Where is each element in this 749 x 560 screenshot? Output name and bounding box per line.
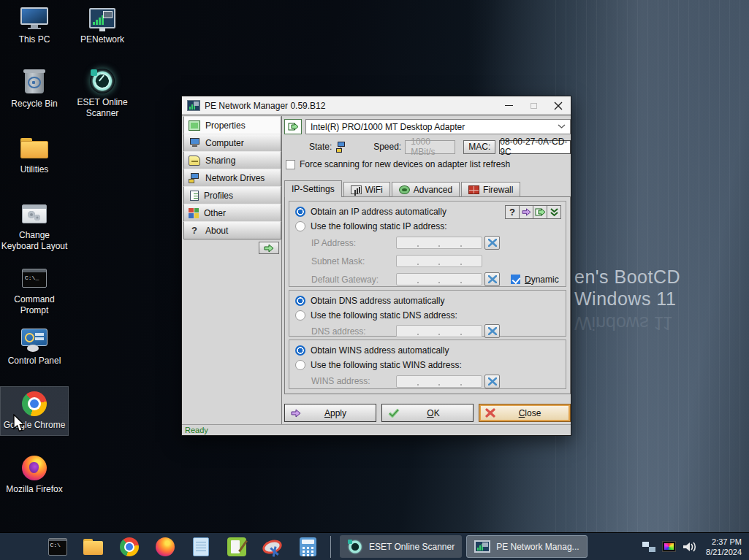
close-icon: [554, 101, 563, 110]
desktop-icon-eset-online-scanner[interactable]: ESET Online Scanner: [69, 67, 136, 119]
about-icon: ?: [189, 226, 200, 236]
task-pe-network-manager[interactable]: PE Network Manag...: [466, 535, 587, 558]
desktop-icon-recycle-bin[interactable]: Recycle Bin: [1, 69, 68, 110]
refresh-adapter-icon: [288, 122, 299, 131]
taskbar-calculator-button[interactable]: [298, 537, 318, 556]
apply-button[interactable]: Apply: [284, 404, 376, 422]
network-tray-icon[interactable]: [642, 542, 655, 552]
sidebar-item-sharing[interactable]: Sharing: [183, 151, 281, 169]
command-prompt-icon: C:\_: [1, 264, 68, 292]
taskbar-firefox-button[interactable]: [155, 537, 175, 556]
radio-obtain-dns-auto[interactable]: Obtain DNS address automatically: [295, 294, 560, 308]
tab-firewall[interactable]: Firewall: [461, 182, 520, 197]
tab-strip: IP-Settings WiFi Advanced Firewall: [284, 180, 571, 197]
state-label: State:: [309, 142, 332, 152]
dns-address-input[interactable]: [396, 325, 482, 337]
desktop-icon-mozilla-firefox[interactable]: Mozilla Firefox: [1, 454, 68, 495]
grab-ip-button[interactable]: [533, 205, 547, 219]
volume-tray-icon[interactable]: [683, 541, 697, 553]
desktop-icon-this-pc[interactable]: This PC: [1, 4, 68, 45]
help-button[interactable]: ?: [505, 205, 520, 219]
taskbar-notepad-button[interactable]: [191, 537, 210, 556]
ok-button[interactable]: OK: [381, 404, 474, 422]
sidebar-item-network-drives[interactable]: Network Drives: [183, 169, 281, 187]
taskbar-snipping-tool-button[interactable]: [262, 537, 282, 556]
close-label: Close: [495, 408, 564, 418]
desktop-icon-change-keyboard-layout[interactable]: Change Keyboard Layout: [1, 200, 68, 252]
desktop-icon-label: Utilities: [1, 164, 68, 175]
radio-static-ip[interactable]: Use the following static IP address:: [295, 219, 560, 234]
taskbar-clock[interactable]: 2:37 PM 8/21/2024: [706, 537, 742, 557]
force-scan-checkbox[interactable]: Force scanning for new devices on adapte…: [284, 159, 571, 169]
expand-button[interactable]: [547, 205, 561, 219]
blue-x-icon: [488, 377, 497, 386]
taskbar-explorer-button[interactable]: [83, 537, 103, 556]
mac-button[interactable]: MAC:: [463, 140, 495, 154]
close-x-icon: [485, 408, 495, 418]
network-state-icon: [335, 142, 348, 153]
status-text: Ready: [185, 426, 208, 434]
sidebar-item-computer[interactable]: Computer: [183, 134, 281, 152]
dns-group: Obtain DNS address automatically Use the…: [289, 290, 566, 337]
sidebar-item-label: Other: [204, 208, 226, 218]
penetwork-icon: [474, 540, 490, 553]
clear-dns-button[interactable]: [484, 324, 500, 338]
desktop-icon-command-prompt[interactable]: C:\_ Command Prompt: [1, 264, 68, 316]
green-arrow-box-icon: [535, 207, 546, 217]
clock-date: 8/21/2024: [706, 547, 742, 557]
radio-label: Obtain an IP address automatically: [311, 207, 446, 217]
tab-wifi[interactable]: WiFi: [343, 182, 390, 197]
task-eset-online-scanner[interactable]: ESET Online Scanner: [340, 535, 462, 558]
mac-value-field[interactable]: 08-00-27-0A-CD-9C: [499, 140, 571, 154]
radio-obtain-wins-auto[interactable]: Obtain WINS address automatically: [295, 343, 560, 358]
refresh-adapter-button[interactable]: [284, 119, 302, 134]
sidebar-item-properties[interactable]: Properties: [183, 116, 281, 134]
apply-ip-button[interactable]: [519, 205, 533, 219]
default-gateway-input[interactable]: [396, 273, 482, 285]
ip-address-input[interactable]: [396, 237, 482, 249]
radio-unselected-icon: [295, 360, 305, 370]
sidebar: Properties Computer Sharing Network Driv…: [183, 116, 281, 254]
sidebar-item-other[interactable]: Other: [183, 204, 281, 222]
clear-gateway-button[interactable]: [484, 272, 500, 286]
desktop-icon-utilities[interactable]: Utilities: [1, 134, 68, 175]
maximize-button[interactable]: [521, 98, 546, 114]
close-window-button[interactable]: [546, 98, 571, 114]
dynamic-checkbox[interactable]: Dynamic: [511, 275, 559, 285]
pe-network-manager-window: PE Network Manager 0.59.B12 Properties C…: [181, 96, 571, 436]
speed-value-button[interactable]: 1000 MBit/s: [405, 140, 455, 154]
sidebar-collapse-button[interactable]: [259, 242, 279, 254]
close-button[interactable]: Close: [479, 404, 571, 422]
file-explorer-icon: [83, 539, 103, 555]
desktop-icon-penetwork[interactable]: PENetwork: [69, 4, 136, 45]
subnet-mask-input[interactable]: [396, 255, 482, 267]
sidebar-item-profiles[interactable]: Profiles: [183, 186, 281, 204]
main-panel: Intel(R) PRO/1000 MT Desktop Adapter Sta…: [284, 116, 571, 422]
cmd-icon: [48, 538, 67, 556]
window-titlebar[interactable]: PE Network Manager 0.59.B12: [182, 96, 571, 115]
tab-ip-settings[interactable]: IP-Settings: [284, 180, 342, 197]
help-icon: ?: [509, 207, 515, 218]
sidebar-item-label: Network Drives: [205, 173, 265, 183]
desktop-icon-google-chrome[interactable]: Google Chrome: [1, 387, 68, 435]
taskbar-notepad-plus-button[interactable]: [227, 537, 246, 556]
desktop-icon-control-panel[interactable]: Control Panel: [1, 326, 68, 367]
clear-ip-button[interactable]: [484, 236, 500, 250]
sidebar-item-about[interactable]: ? About: [183, 221, 281, 239]
taskbar-cmd-button[interactable]: [47, 537, 67, 556]
wins-address-input[interactable]: [396, 375, 482, 388]
clear-wins-button[interactable]: [484, 375, 500, 388]
ok-check-icon: [388, 408, 400, 418]
display-tray-icon[interactable]: [662, 541, 676, 552]
snipping-tool-icon: [261, 537, 284, 556]
taskbar-chrome-button[interactable]: [119, 537, 139, 556]
sidebar-item-label: Computer: [205, 138, 244, 148]
this-pc-icon: [1, 4, 68, 32]
adapter-select[interactable]: Intel(R) PRO/1000 MT Desktop Adapter: [305, 119, 571, 134]
minimize-button[interactable]: [496, 98, 521, 114]
radio-static-wins[interactable]: Use the following static WINS address:: [295, 358, 560, 372]
window-title: PE Network Manager 0.59.B12: [205, 101, 496, 111]
radio-static-dns[interactable]: Use the following static DNS address:: [295, 308, 560, 323]
start-button[interactable]: [12, 537, 31, 556]
tab-advanced[interactable]: Advanced: [392, 182, 460, 197]
